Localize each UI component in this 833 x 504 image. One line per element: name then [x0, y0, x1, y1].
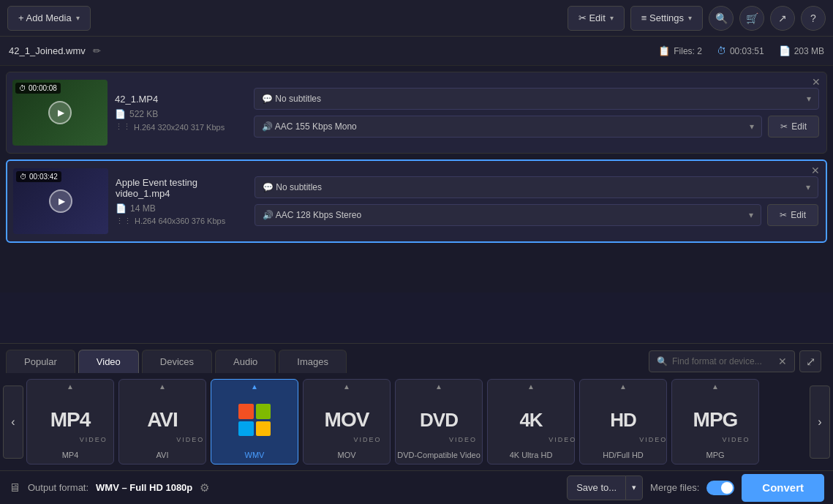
add-media-caret: ▾	[76, 14, 80, 22]
tab-devices[interactable]: Devices	[142, 350, 212, 373]
media-codec: ⋮⋮ H.264 640x360 376 Kbps	[116, 217, 247, 226]
media-codec: ⋮⋮ H.264 320x240 317 Kbps	[115, 122, 246, 132]
merge-label: Merge files:	[650, 482, 699, 493]
format-card-mov[interactable]: ▲ MOV VIDEO MOV	[303, 379, 391, 464]
subtitle-dropdown[interactable]: 💬 No subtitles ▾	[254, 88, 819, 110]
format-name: DVD-Compatible Video	[397, 449, 480, 461]
edit-caret: ▾	[610, 14, 614, 22]
add-media-button[interactable]: + Add Media ▾	[7, 6, 91, 31]
audio-dropdown[interactable]: 🔊 AAC 128 Kbps Stereo ▾	[255, 204, 761, 226]
media-info: 42_1.MP4 📄 522 KB ⋮⋮ H.264 320x240 317 K…	[115, 94, 246, 132]
format-tabs: Popular Video Devices Audio Images 🔍 Fin…	[0, 344, 833, 373]
settings-button[interactable]: ≡ Settings ▾	[630, 6, 703, 31]
search-placeholder: Find format or device...	[672, 356, 762, 366]
merge-toggle[interactable]	[706, 481, 734, 495]
format-name: HD/Full HD	[603, 449, 644, 461]
card-chevron: ▲	[527, 383, 535, 391]
output-label: Output format:	[28, 482, 88, 493]
edit-icon: ✂	[780, 210, 787, 220]
edit-media-button[interactable]: ✂ Edit	[767, 204, 818, 226]
card-chevron: ▲	[712, 383, 719, 391]
duration: 00:03:51	[730, 46, 764, 56]
card-chevron: ▲	[435, 383, 442, 391]
subtitle-dropdown[interactable]: 💬 No subtitles ▾	[255, 176, 818, 198]
format-logo: DVD	[420, 410, 458, 429]
format-card-mp4[interactable]: ▲ MP4 VIDEO MP4	[26, 379, 114, 464]
audio-dropdown[interactable]: 🔊 AAC 155 Kbps Mono ▾	[254, 116, 762, 138]
audio-row: 🔊 AAC 128 Kbps Stereo ▾ ✂ Edit	[255, 204, 818, 226]
format-search-box[interactable]: 🔍 Find format or device... ✕	[649, 350, 795, 372]
help-icon-btn[interactable]: ?	[801, 6, 826, 31]
format-name: 4K Ultra HD	[510, 449, 553, 461]
format-cards: ▲ MP4 VIDEO MP4 ▲ AVI VIDEO	[26, 379, 807, 464]
save-to-button[interactable]: Save to...	[567, 475, 626, 500]
windows-icon	[238, 404, 271, 436]
media-size: 📄 522 KB	[115, 109, 246, 119]
media-list: ⏱ 00:00:08 42_1.MP4 📄 522 KB ⋮⋮ H.264 32…	[0, 66, 833, 293]
files-icon: 📋	[658, 45, 670, 56]
format-sub: VIDEO	[693, 436, 780, 443]
tab-popular[interactable]: Popular	[6, 350, 75, 373]
format-logo: MP4	[50, 410, 91, 430]
save-to-caret[interactable]: ▾	[626, 475, 643, 500]
files-count-item: 📋 Files: 2	[658, 45, 702, 56]
save-to-label: Save to...	[576, 482, 617, 493]
share-icon-btn[interactable]: ↗	[770, 6, 795, 31]
convert-label: Convert	[762, 481, 804, 494]
search-clear-icon[interactable]: ✕	[778, 356, 787, 367]
format-cards-wrapper: ‹ ▲ MP4 VIDEO MP4 ▲ AVI VI	[0, 373, 833, 470]
media-item: ⏱ 00:00:08 42_1.MP4 📄 522 KB ⋮⋮ H.264 32…	[6, 72, 827, 154]
card-chevron: ▲	[619, 383, 627, 391]
close-media-button[interactable]: ✕	[812, 77, 821, 87]
output-format: WMV – Full HD 1080p	[96, 482, 192, 493]
edit-button[interactable]: ✂ Edit ▾	[568, 6, 625, 31]
tab-audio[interactable]: Audio	[215, 350, 276, 373]
media-title: 42_1.MP4	[115, 94, 246, 105]
play-button[interactable]	[49, 189, 72, 213]
size-item: 📄 203 MB	[779, 45, 824, 56]
expand-icon[interactable]: ⤢	[799, 350, 821, 372]
prev-formats-button[interactable]: ‹	[3, 385, 23, 459]
media-thumbnail[interactable]: ⏱ 00:03:42	[13, 168, 108, 234]
format-card-dvd[interactable]: ▲ DVD VIDEO DVD-Compatible Video	[395, 379, 483, 464]
format-card-mpg[interactable]: ▲ MPG VIDEO MPG	[671, 379, 759, 464]
media-thumbnail[interactable]: ⏱ 00:00:08	[12, 80, 108, 146]
duration-item: ⏱ 00:03:51	[717, 45, 764, 56]
cart-icon-btn[interactable]: 🛒	[739, 6, 764, 31]
dropdown-caret: ▾	[750, 121, 754, 132]
tab-video[interactable]: Video	[78, 350, 139, 373]
codec-icon: ⋮⋮	[116, 217, 132, 226]
dropdown-caret: ▾	[807, 94, 811, 104]
media-title: Apple Event testing video_1.mp4	[116, 177, 247, 199]
media-info: Apple Event testing video_1.mp4 📄 14 MB …	[116, 177, 247, 226]
format-name: MP4	[62, 449, 79, 461]
dropdown-caret: ▾	[806, 182, 810, 192]
format-name: MPG	[706, 449, 724, 461]
format-card-wmv[interactable]: ▲ WMV	[211, 379, 298, 464]
tab-images[interactable]: Images	[279, 350, 347, 373]
bottom-bar: 🖥 Output format: WMV – Full HD 1080p ⚙ S…	[0, 470, 833, 504]
output-icon: 🖥	[9, 481, 20, 494]
file-info-bar: 42_1_Joined.wmv ✏ 📋 Files: 2 ⏱ 00:03:51 …	[0, 37, 833, 66]
play-button[interactable]	[48, 101, 72, 124]
next-formats-button[interactable]: ›	[810, 385, 830, 459]
format-logo: MOV	[325, 410, 369, 430]
output-settings-icon[interactable]: ⚙	[200, 481, 209, 494]
media-item: ⏱ 00:03:42 Apple Event testing video_1.m…	[6, 159, 827, 243]
format-card-avi[interactable]: ▲ AVI VIDEO AVI	[118, 379, 206, 464]
format-card-hd[interactable]: ▲ HD VIDEO HD/Full HD	[579, 379, 667, 464]
media-controls: 💬 No subtitles ▾ 🔊 AAC 128 Kbps Stereo ▾…	[255, 176, 818, 226]
edit-filename-icon[interactable]: ✏	[93, 45, 101, 56]
edit-media-button[interactable]: ✂ Edit	[768, 116, 819, 138]
close-media-button[interactable]: ✕	[811, 165, 820, 176]
files-count: Files: 2	[674, 46, 702, 56]
search-icon: 🔍	[657, 356, 668, 366]
format-section: Popular Video Devices Audio Images 🔍 Fin…	[0, 343, 833, 504]
file-name: 42_1_Joined.wmv	[9, 45, 86, 56]
format-name: AVI	[157, 449, 169, 461]
file-icon: 📄	[115, 109, 126, 119]
format-card-4k[interactable]: ▲ 4K VIDEO 4K Ultra HD	[487, 379, 575, 464]
convert-button[interactable]: Convert	[742, 474, 824, 502]
search-icon-btn[interactable]: 🔍	[709, 6, 734, 31]
card-chevron: ▲	[251, 383, 258, 391]
